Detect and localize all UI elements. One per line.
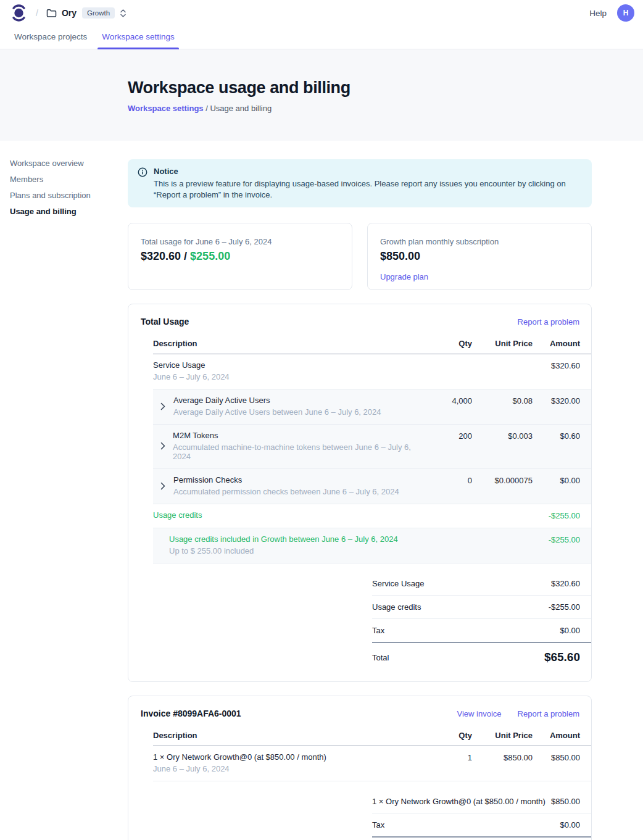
col-qty: Qty xyxy=(418,339,472,354)
upgrade-plan-link[interactable]: Upgrade plan xyxy=(380,272,428,281)
col-unit-price: Unit Price xyxy=(472,731,533,746)
workspace-tabs: Workspace projects Workspace settings xyxy=(0,26,643,49)
total-usage-section: Total Usage Report a problem Description… xyxy=(128,304,592,682)
folder-icon xyxy=(46,9,57,18)
info-icon xyxy=(138,167,147,200)
col-unit-price: Unit Price xyxy=(472,339,533,354)
row-description: Permission Checks Accumulated permission… xyxy=(153,475,418,496)
sidebar-item-usage-and-billing[interactable]: Usage and billing xyxy=(10,207,128,215)
avatar[interactable]: H xyxy=(617,4,634,22)
notice-title: Notice xyxy=(154,167,582,176)
row-description: Average Daily Active Users Average Daily… xyxy=(153,396,418,417)
plan-subscription-card: Growth plan monthly subscription $850.00… xyxy=(367,223,592,290)
col-description: Description xyxy=(153,731,418,746)
usage-table: Description Qty Unit Price Amount Servic… xyxy=(153,339,591,678)
notice-text: Notice This is a preview feature for dis… xyxy=(154,167,582,200)
plan-label: Growth plan monthly subscription xyxy=(380,237,579,246)
workspace-switcher[interactable]: Ory Growth xyxy=(46,7,127,19)
sidebar-item-members[interactable]: Members xyxy=(10,175,128,183)
total-usage-card: Total usage for June 6 – July 6, 2024 $3… xyxy=(128,223,352,290)
col-qty: Qty xyxy=(418,731,472,746)
usage-amount: $320.60 xyxy=(141,250,181,262)
total-usage-value: $320.60 / $255.00 xyxy=(141,250,339,263)
sidebar-item-plans-and-subscription[interactable]: Plans and subscription xyxy=(10,191,128,199)
row-description: M2M Tokens Accumulated machine-to-machin… xyxy=(153,431,418,461)
notice-body: This is a preview feature for displaying… xyxy=(154,178,582,200)
settings-sidebar: Workspace overview Members Plans and sub… xyxy=(0,159,128,840)
invoice-section: Invoice #8099AFA6-0001 View invoice Repo… xyxy=(128,696,592,840)
table-row-invoice-line: 1 × Ory Network Growth@0 (at $850.00 / m… xyxy=(153,746,591,781)
chevron-right-icon[interactable] xyxy=(157,442,168,450)
plan-badge: Growth xyxy=(82,7,115,19)
table-row-average-daily-active-users[interactable]: Average Daily Active Users Average Daily… xyxy=(153,389,591,425)
total-usage-title: Total Usage xyxy=(141,317,518,326)
row-description: Usage credits xyxy=(153,510,418,520)
ory-logo-icon[interactable] xyxy=(11,4,27,22)
chevron-updown-icon[interactable] xyxy=(120,9,127,18)
topbar: / Ory Growth Help H xyxy=(0,0,643,26)
row-description: 1 × Ory Network Growth@0 (at $850.00 / m… xyxy=(153,752,418,773)
usage-separator: / xyxy=(181,250,190,262)
plan-value: $850.00 xyxy=(380,250,579,263)
col-description: Description xyxy=(153,339,418,354)
report-problem-link[interactable]: Report a problem xyxy=(518,709,579,718)
help-link[interactable]: Help xyxy=(589,9,607,18)
col-amount: Amount xyxy=(533,339,591,354)
invoice-title: Invoice #8099AFA6-0001 xyxy=(141,709,457,718)
sidebar-item-workspace-overview[interactable]: Workspace overview xyxy=(10,159,128,167)
chevron-right-icon[interactable] xyxy=(157,402,168,410)
total-usage-label: Total usage for June 6 – July 6, 2024 xyxy=(141,237,339,246)
summary-row-tax: Tax $0.00 xyxy=(372,619,591,643)
summary-cards: Total usage for June 6 – July 6, 2024 $3… xyxy=(128,223,592,290)
breadcrumb-separator: / xyxy=(36,8,38,18)
page-title: Workspace usage and billing xyxy=(128,78,643,98)
table-row-usage-credits: Usage credits -$255.00 xyxy=(153,504,591,528)
tab-workspace-projects[interactable]: Workspace projects xyxy=(10,26,91,49)
summary-row-tax: Tax $0.00 xyxy=(372,813,591,838)
invoice-totals-summary: 1 × Ory Network Growth@0 (at $850.00 / m… xyxy=(372,790,591,840)
tab-workspace-settings[interactable]: Workspace settings xyxy=(97,26,179,49)
table-row-permission-checks[interactable]: Permission Checks Accumulated permission… xyxy=(153,469,591,504)
invoice-table: Description Qty Unit Price Amount 1 × Or… xyxy=(153,731,591,840)
view-invoice-link[interactable]: View invoice xyxy=(457,709,502,718)
workspace-name: Ory xyxy=(62,8,77,18)
breadcrumb-workspace-settings-link[interactable]: Workspace settings xyxy=(128,104,204,113)
notice-banner: Notice This is a preview feature for dis… xyxy=(128,159,592,207)
breadcrumb: Workspace settings / Usage and billing xyxy=(128,104,643,113)
row-description: Usage credits included in Growth between… xyxy=(153,534,418,555)
report-problem-link[interactable]: Report a problem xyxy=(518,317,579,326)
invoice-table-header: Description Qty Unit Price Amount xyxy=(153,731,591,746)
summary-row-total: Total $850.00 xyxy=(372,838,591,840)
summary-row-plan-line: 1 × Ory Network Growth@0 (at $850.00 / m… xyxy=(372,790,591,813)
invoice-header: Invoice #8099AFA6-0001 View invoice Repo… xyxy=(141,709,591,718)
breadcrumb-current: / Usage and billing xyxy=(204,104,272,113)
summary-row-total: Total $65.60 xyxy=(372,643,591,678)
page-header: Workspace usage and billing Workspace se… xyxy=(0,49,643,141)
row-description: Service Usage June 6 – July 6, 2024 xyxy=(153,360,418,381)
usage-table-header: Description Qty Unit Price Amount xyxy=(153,339,591,354)
table-row-m2m-tokens[interactable]: M2M Tokens Accumulated machine-to-machin… xyxy=(153,425,591,469)
usage-credit-amount: $255.00 xyxy=(190,250,230,262)
total-usage-header: Total Usage Report a problem xyxy=(141,317,591,326)
chevron-right-icon[interactable] xyxy=(157,482,168,490)
table-row-service-usage: Service Usage June 6 – July 6, 2024 $320… xyxy=(153,354,591,389)
content-column: Notice This is a preview feature for dis… xyxy=(128,159,592,840)
summary-row-service-usage: Service Usage $320.60 xyxy=(372,572,591,596)
col-amount: Amount xyxy=(533,731,591,746)
table-row-usage-credits-included: Usage credits included in Growth between… xyxy=(153,528,591,563)
main-layout: Workspace overview Members Plans and sub… xyxy=(0,141,643,840)
summary-row-usage-credits: Usage credits -$255.00 xyxy=(372,596,591,619)
usage-totals-summary: Service Usage $320.60 Usage credits -$25… xyxy=(372,572,591,678)
